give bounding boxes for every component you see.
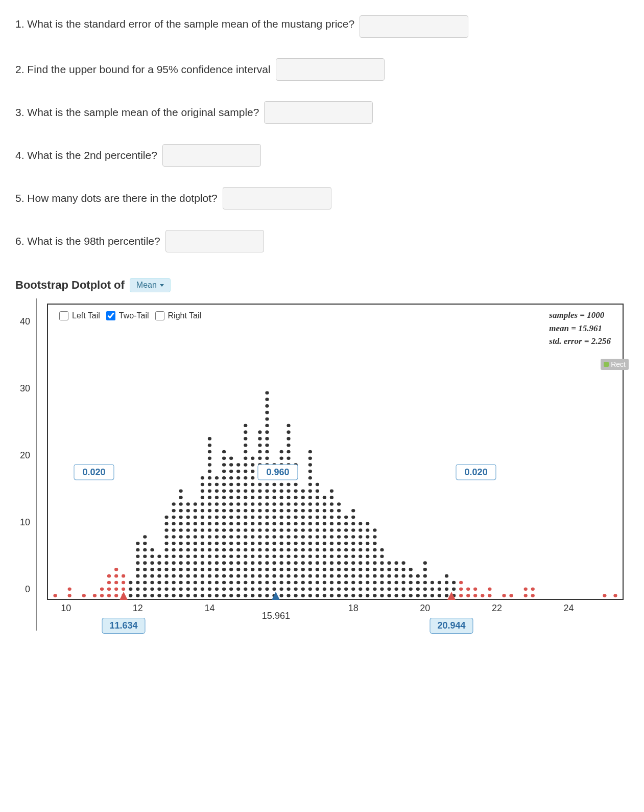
x-tick-12: 12 — [133, 603, 143, 614]
svg-point-298 — [251, 528, 254, 532]
svg-point-502 — [316, 581, 319, 585]
svg-point-428 — [287, 490, 290, 493]
svg-point-289 — [251, 587, 254, 591]
svg-point-610 — [366, 561, 369, 565]
svg-point-637 — [387, 587, 391, 591]
svg-point-563 — [337, 516, 341, 519]
svg-point-535 — [330, 587, 333, 591]
x-tick-20: 20 — [420, 603, 430, 614]
svg-point-553 — [337, 581, 341, 585]
svg-point-381 — [272, 509, 276, 513]
svg-point-605 — [366, 594, 369, 597]
answer-input-5[interactable] — [223, 187, 331, 210]
y-tick-20: 20 — [20, 450, 30, 460]
svg-point-372 — [272, 568, 276, 571]
svg-point-274 — [244, 509, 247, 513]
svg-point-497 — [308, 463, 312, 467]
svg-point-633 — [380, 561, 384, 565]
svg-point-144 — [201, 516, 204, 519]
svg-point-379 — [272, 522, 276, 526]
svg-point-480 — [308, 574, 312, 578]
answer-input-6[interactable] — [165, 230, 264, 252]
svg-point-221 — [229, 574, 233, 578]
svg-point-353 — [265, 483, 269, 486]
left-cutoff-marker-icon[interactable] — [120, 592, 128, 600]
svg-point-340 — [265, 568, 269, 571]
svg-point-530 — [323, 516, 326, 519]
answer-input-2[interactable] — [276, 58, 385, 81]
svg-point-445 — [294, 554, 298, 558]
svg-point-35 — [143, 574, 147, 578]
svg-point-203 — [222, 542, 226, 545]
svg-point-650 — [401, 581, 405, 585]
svg-point-531 — [323, 509, 326, 513]
svg-point-120 — [194, 574, 197, 578]
svg-point-410 — [279, 456, 283, 460]
svg-point-307 — [251, 470, 254, 473]
svg-point-163 — [208, 516, 211, 519]
svg-point-536 — [330, 581, 333, 585]
svg-point-10 — [107, 574, 111, 578]
svg-point-1 — [68, 594, 71, 597]
svg-point-401 — [279, 516, 283, 519]
svg-point-466 — [301, 554, 305, 558]
svg-point-5 — [100, 594, 104, 597]
svg-point-484 — [308, 548, 312, 552]
svg-point-552 — [337, 587, 341, 591]
svg-point-205 — [222, 528, 226, 532]
svg-point-583 — [351, 568, 355, 571]
svg-point-382 — [272, 502, 276, 506]
svg-point-142 — [201, 528, 204, 532]
right-cutoff-marker-icon[interactable] — [447, 592, 456, 600]
svg-point-622 — [373, 561, 376, 565]
y-tick-10: 10 — [20, 517, 30, 527]
svg-point-645 — [394, 574, 398, 578]
left-cutoff-value[interactable]: 11.634 — [102, 618, 146, 634]
svg-point-243 — [236, 574, 240, 578]
svg-point-448 — [294, 535, 298, 539]
svg-point-11 — [114, 594, 118, 597]
svg-point-686 — [466, 587, 470, 591]
svg-point-338 — [265, 581, 269, 585]
svg-point-139 — [201, 548, 204, 552]
x-tick-22: 22 — [492, 603, 502, 614]
svg-point-94 — [179, 535, 183, 539]
svg-point-97 — [179, 516, 183, 519]
svg-point-57 — [164, 594, 168, 597]
statistic-dropdown[interactable]: Mean — [130, 278, 171, 292]
svg-point-608 — [366, 574, 369, 578]
svg-point-166 — [208, 496, 211, 499]
svg-point-147 — [201, 496, 204, 499]
svg-point-600 — [359, 548, 362, 552]
answer-input-4[interactable] — [162, 144, 261, 167]
right-proportion-label[interactable]: 0.020 — [456, 465, 496, 480]
svg-point-45 — [150, 574, 154, 578]
answer-input-3[interactable] — [264, 101, 373, 124]
svg-point-223 — [229, 561, 233, 565]
x-tick-18: 18 — [348, 603, 359, 614]
svg-point-461 — [301, 587, 305, 591]
svg-point-117 — [194, 594, 197, 597]
question-3: 3. What is the sample mean of the origin… — [15, 101, 629, 124]
svg-point-216 — [222, 456, 226, 460]
svg-point-294 — [251, 554, 254, 558]
svg-point-53 — [157, 574, 161, 578]
svg-point-276 — [244, 496, 247, 499]
svg-point-186 — [215, 528, 219, 532]
svg-point-517 — [316, 483, 319, 486]
svg-point-323 — [258, 509, 261, 513]
right-cutoff-value[interactable]: 20.944 — [430, 618, 473, 634]
left-proportion-label[interactable]: 0.020 — [74, 465, 114, 480]
svg-point-648 — [401, 594, 405, 597]
svg-point-594 — [359, 587, 362, 591]
svg-point-40 — [143, 542, 147, 545]
answer-input-1[interactable] — [360, 15, 468, 38]
svg-point-225 — [229, 548, 233, 552]
svg-point-628 — [380, 594, 384, 597]
svg-point-684 — [459, 581, 463, 585]
center-proportion-label[interactable]: 0.960 — [257, 465, 298, 480]
svg-point-315 — [258, 561, 261, 565]
svg-point-179 — [215, 574, 219, 578]
svg-point-634 — [380, 554, 384, 558]
svg-point-612 — [366, 548, 369, 552]
